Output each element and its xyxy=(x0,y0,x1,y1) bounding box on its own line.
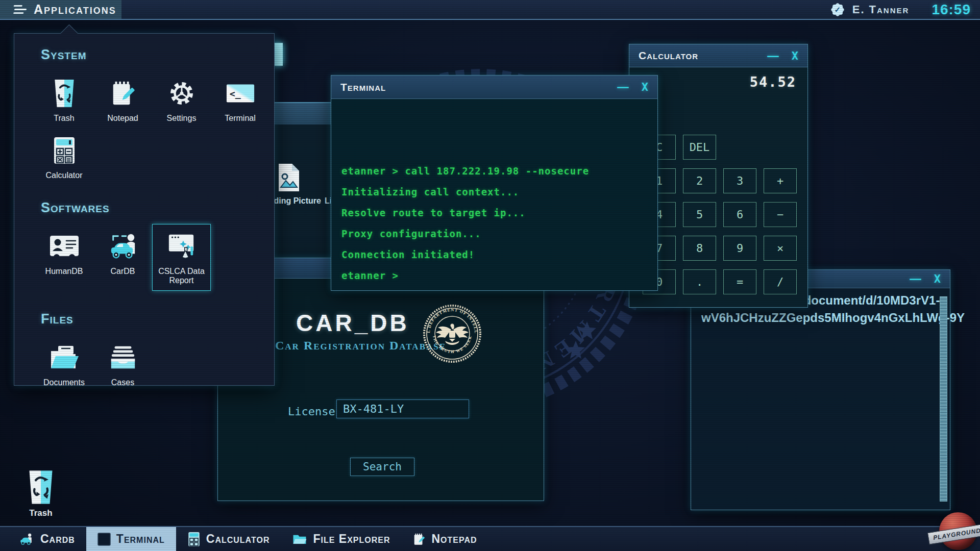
notepad-text-line: wV6hJCHzuZZGepds5MIhogv4nGxLhLWg-9Y xyxy=(701,311,965,325)
terminal-output: etanner > call 187.222.19.98 --nosecure … xyxy=(331,99,657,291)
file-label[interactable]: lding Picture xyxy=(272,196,321,206)
menu-item-label: Notepad xyxy=(107,114,138,123)
user-badge-icon: ✓ xyxy=(831,3,844,16)
taskbar-item-label: File Explorer xyxy=(313,532,390,546)
taskbar: Cardb Terminal Calculator xyxy=(0,526,980,551)
menu-item-calculator[interactable]: Calculator xyxy=(35,135,93,180)
terminal-minimize-button[interactable]: – xyxy=(617,81,629,93)
calc-key-minus[interactable]: − xyxy=(764,202,797,227)
taskbar-item-file-explorer[interactable]: File Explorer xyxy=(281,527,401,551)
menu-item-cslca-data-report[interactable]: CSLCA Data Report xyxy=(152,224,211,291)
notepad-scrollbar[interactable] xyxy=(940,296,947,502)
notepad-icon xyxy=(412,532,426,546)
menu-item-label: CSLCA Data Report xyxy=(154,267,209,286)
calculator-keypad: C DEL 1 2 3 + 4 5 6 − 7 8 9 × 0 xyxy=(643,135,797,294)
federal-seal-icon: FEDERAL DEPARTMENT OF INTELLIGENCE · THE… xyxy=(422,303,483,364)
gear-icon xyxy=(167,78,196,109)
cardb-app-subtitle: Car Registration Database xyxy=(275,339,446,353)
menu-section-softwares: Softwares xyxy=(41,200,274,216)
playground-logo: PLAYGROUND xyxy=(936,512,977,551)
terminal-line: Connection initiated! xyxy=(331,249,657,270)
calc-key-6[interactable]: 6 xyxy=(723,202,756,227)
terminal-close-button[interactable]: X xyxy=(642,81,648,93)
menu-item-settings[interactable]: Settings xyxy=(152,78,211,123)
file-explorer-window: lding Picture Li xyxy=(271,102,335,259)
calc-key-equals[interactable]: = xyxy=(723,269,756,294)
license-input[interactable] xyxy=(336,399,469,418)
menu-item-label: Terminal xyxy=(225,114,255,123)
terminal-title: Terminal xyxy=(340,81,386,93)
applications-label: Applications xyxy=(34,2,116,17)
clock: 16:59 xyxy=(932,2,971,18)
car-icon xyxy=(17,533,35,546)
user-name: E. Tanner xyxy=(852,3,910,16)
menu-item-cardb[interactable]: CarDB xyxy=(93,231,152,276)
notepad-minimize-button[interactable]: – xyxy=(910,272,921,285)
svg-text:<_: <_ xyxy=(229,88,241,99)
desktop-trash-icon[interactable]: Trash xyxy=(19,469,62,518)
applications-menu: System xyxy=(14,33,275,386)
trash-icon xyxy=(53,78,76,109)
calc-key-plus[interactable]: + xyxy=(764,168,797,193)
menu-item-cases[interactable]: Cases xyxy=(93,342,152,387)
tray-stack-icon xyxy=(108,342,138,373)
calc-key-dot[interactable]: . xyxy=(683,269,716,294)
desktop: FEDERAL DEPARTMENT OF INTELLIGENCE ★ ★ T… xyxy=(0,0,980,551)
taskbar-item-cardb[interactable]: Cardb xyxy=(6,527,86,551)
notepad-text-line: /document/d/10MD3rV1- xyxy=(800,293,940,308)
terminal-line: etanner > xyxy=(331,270,657,291)
notepad-close-button[interactable]: X xyxy=(934,272,941,285)
calc-key-divide[interactable]: / xyxy=(764,269,797,294)
calc-key-5[interactable]: 5 xyxy=(683,202,716,227)
applications-button[interactable]: Applications xyxy=(0,0,121,19)
menu-item-label: Documents xyxy=(43,378,85,387)
data-report-icon xyxy=(167,231,197,262)
trash-label: Trash xyxy=(29,508,52,518)
terminal-line: Proxy configuration... xyxy=(331,228,657,249)
calc-key-2[interactable]: 2 xyxy=(683,168,716,193)
taskbar-item-label: Calculator xyxy=(206,532,270,546)
trash-icon xyxy=(26,469,56,505)
calculator-display: 54.52 xyxy=(750,74,796,90)
cardb-app-title: CAR_DB xyxy=(296,309,409,337)
menu-item-trash[interactable]: Trash xyxy=(35,78,93,123)
taskbar-item-notepad[interactable]: Notepad xyxy=(401,527,488,551)
terminal-titlebar[interactable]: Terminal – X xyxy=(331,76,657,99)
terminal-line: Resolve route to target ip... xyxy=(331,207,657,228)
taskbar-item-label: Terminal xyxy=(116,532,165,546)
calc-key-9[interactable]: 9 xyxy=(723,236,756,261)
taskbar-item-label: Notepad xyxy=(431,532,477,546)
terminal-app-icon xyxy=(97,533,111,546)
menu-item-humandb[interactable]: HumanDB xyxy=(35,231,93,276)
calculator-app-icon xyxy=(52,135,77,166)
menu-item-terminal[interactable]: <_ Terminal xyxy=(211,78,270,123)
calc-key-3[interactable]: 3 xyxy=(723,168,756,193)
search-button[interactable]: Search xyxy=(350,458,414,476)
calculator-titlebar[interactable]: Calculator – X xyxy=(629,44,807,67)
menu-item-documents[interactable]: Documents xyxy=(35,342,93,387)
terminal-line: Initializing call context... xyxy=(331,186,657,207)
folder-icon xyxy=(49,342,80,373)
taskbar-item-calculator[interactable]: Calculator xyxy=(176,527,281,551)
top-bar: Applications ✓ E. Tanner 16:59 xyxy=(0,0,980,20)
calc-key-delete[interactable]: DEL xyxy=(683,135,716,160)
car-icon xyxy=(108,231,138,262)
window-highlight-fragment xyxy=(274,43,283,66)
picture-file-icon[interactable] xyxy=(277,162,301,193)
menu-section-system: System xyxy=(41,47,274,63)
file-explorer-toolbar xyxy=(271,103,335,124)
calculator-close-button[interactable]: X xyxy=(792,49,798,62)
notepad-icon xyxy=(109,78,137,109)
menu-item-label: Calculator xyxy=(45,171,82,180)
calc-key-multiply[interactable]: × xyxy=(764,236,797,261)
calculator-minimize-button[interactable]: – xyxy=(767,49,779,62)
terminal-line: etanner > call 187.222.19.98 --nosecure xyxy=(331,165,657,186)
seal-eagle-glyph xyxy=(436,324,469,345)
menu-item-label: Settings xyxy=(167,114,197,123)
menu-item-label: HumanDB xyxy=(45,267,83,276)
id-card-icon xyxy=(49,231,80,262)
terminal-window: Terminal – X etanner > call 187.222.19.9… xyxy=(331,75,658,291)
calc-key-8[interactable]: 8 xyxy=(683,236,716,261)
menu-item-notepad[interactable]: Notepad xyxy=(93,78,152,123)
taskbar-item-terminal[interactable]: Terminal xyxy=(86,527,176,551)
